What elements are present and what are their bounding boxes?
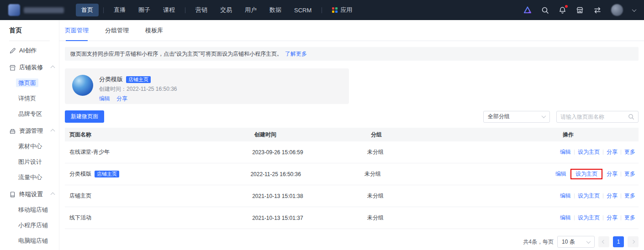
next-page-button[interactable] — [628, 236, 639, 247]
cell-group: 未分组 — [367, 192, 557, 200]
tab-group-management[interactable]: 分组管理 — [105, 20, 129, 41]
sidebar-item-image-design[interactable]: 图片设计 — [0, 154, 59, 170]
edit-link[interactable]: 编辑 — [557, 192, 574, 200]
page-size-select[interactable]: 10 条 — [557, 236, 595, 248]
set-as-home-link-highlighted[interactable]: 设为主页 — [572, 170, 601, 178]
nav-item-live[interactable]: 直播 — [108, 4, 131, 16]
share-link[interactable]: 分享 — [603, 148, 621, 156]
nav-separator — [185, 7, 185, 13]
cell-page-name: 在线课堂-青少年 — [69, 148, 110, 156]
cell-page-name: 店铺主页 — [69, 192, 91, 200]
collapse-chevron-icon — [51, 65, 55, 70]
ai-assistant-icon[interactable] — [523, 6, 532, 14]
nav-separator — [322, 7, 322, 13]
sidebar-item-brand-zone[interactable]: 品牌专区 — [0, 106, 59, 122]
row-actions: 编辑 设为主页 分享 更多 — [557, 148, 639, 156]
cell-group: 未分组 — [367, 214, 557, 222]
group-filter-select[interactable]: 全部分组 — [483, 111, 550, 123]
page-thumbnail-avatar — [72, 75, 93, 96]
share-link[interactable]: 分享 — [603, 170, 621, 178]
card-edit-link[interactable]: 编辑 — [99, 95, 110, 103]
share-link[interactable]: 分享 — [603, 214, 621, 222]
sidebar-item-micro-page[interactable]: 微页面 — [0, 75, 59, 91]
terminal-icon — [9, 191, 16, 198]
nav-separator — [103, 7, 104, 13]
header-page-name: 页面名称 — [65, 131, 254, 139]
store-homepage-badge: 店铺主页 — [126, 76, 151, 83]
cell-page-name: 线下活动 — [69, 214, 91, 222]
nav-item-scrm[interactable]: SCRM — [289, 5, 317, 16]
sidebar-item-detail-page[interactable]: 详情页 — [0, 91, 59, 106]
chevron-right-icon — [631, 240, 635, 244]
header-group: 分组 — [371, 131, 563, 139]
prev-page-button[interactable] — [598, 236, 609, 247]
created-time-value: 2022-11-25 16:50:36 — [127, 86, 177, 92]
sidebar-item-material-center[interactable]: 素材中心 — [0, 139, 59, 154]
nav-item-marketing[interactable]: 营销 — [190, 4, 213, 16]
search-icon[interactable] — [541, 6, 549, 14]
nav-item-apps-label: 应用 — [340, 6, 352, 14]
sidebar-item-label: AI创作 — [19, 47, 37, 55]
account-chevron-down-icon[interactable] — [632, 7, 637, 12]
nav-item-users[interactable]: 用户 — [239, 4, 262, 16]
set-as-home-link[interactable]: 设为主页 — [575, 214, 603, 222]
user-avatar[interactable] — [611, 4, 623, 16]
new-micropage-button[interactable]: 新建微页面 — [65, 110, 104, 123]
more-link[interactable]: 更多 — [621, 170, 639, 178]
sidebar-item-ai-creation[interactable]: AI创作 — [0, 43, 59, 58]
select-chevron-down-icon — [586, 239, 591, 244]
nav-item-trade[interactable]: 交易 — [215, 4, 238, 16]
set-as-home-link[interactable]: 设为主页 — [575, 148, 603, 156]
switch-account-icon[interactable] — [593, 7, 602, 14]
nav-item-apps[interactable]: 应用 — [327, 4, 358, 16]
pagination-total-text: 共4条，每页 — [523, 238, 554, 246]
sidebar-item-traffic-center[interactable]: 流量中心 — [0, 170, 59, 185]
brand-logo[interactable] — [8, 4, 69, 16]
more-link[interactable]: 更多 — [621, 192, 639, 200]
cell-created-time: 2021-10-13 15:01:38 — [252, 193, 367, 199]
edit-link[interactable]: 编辑 — [557, 148, 574, 156]
store-homepage-badge: 店铺主页 — [95, 171, 119, 177]
tab-template-library[interactable]: 模板库 — [145, 20, 163, 41]
edit-link[interactable]: 编辑 — [552, 170, 570, 178]
nav-item-circle[interactable]: 圈子 — [133, 4, 156, 16]
nav-item-home[interactable]: 首页 — [76, 4, 99, 16]
more-link[interactable]: 更多 — [621, 214, 639, 222]
homepage-card-name: 分类模版 — [99, 75, 123, 83]
tab-bar: 页面管理 分组管理 模板库 — [59, 20, 644, 41]
notification-bell-icon[interactable] — [559, 6, 566, 14]
nav-item-course[interactable]: 课程 — [158, 4, 180, 16]
table-row: 店铺主页 2021-10-13 15:01:38 未分组 编辑 设为主页 分享 … — [65, 185, 639, 207]
top-right-icons — [523, 4, 636, 16]
sidebar-item-miniprogram-store[interactable]: 小程序店铺 — [0, 218, 59, 233]
search-input[interactable] — [560, 114, 628, 120]
select-chevron-down-icon — [542, 114, 546, 118]
page-number-1[interactable]: 1 — [613, 236, 624, 247]
header-created-time: 创建时间 — [254, 131, 371, 139]
sidebar-group-terminal-settings[interactable]: 终端设置 — [0, 187, 59, 202]
learn-more-link[interactable]: 了解更多 — [285, 50, 307, 58]
nav-item-data[interactable]: 数据 — [264, 4, 287, 16]
card-share-link[interactable]: 分享 — [116, 95, 127, 103]
set-as-home-link[interactable]: 设为主页 — [575, 192, 603, 200]
main-content: 页面管理 分组管理 模板库 微页面支持同步应用于店铺和小程序，点击“设为主页”可… — [59, 20, 644, 250]
notification-badge-dot — [565, 5, 568, 8]
table-row: 在线课堂-青少年 2023-09-26 15:06:59 未分组 编辑 设为主页… — [65, 141, 639, 163]
current-homepage-card: 分类模版 店铺主页 创建时间：2022-11-25 16:50:36 编辑 分享 — [65, 68, 349, 104]
sidebar-group-resource-management[interactable]: 资源管理 — [0, 123, 59, 139]
tab-page-management[interactable]: 页面管理 — [65, 20, 89, 41]
store-icon[interactable] — [576, 6, 584, 14]
cell-created-time: 2023-09-26 15:06:59 — [252, 149, 367, 156]
sidebar: 首页 AI创作 店铺装修 微页面 详情页 品牌专区 资源管理 素材中心 — [0, 20, 59, 250]
search-icon[interactable] — [628, 114, 634, 120]
pen-icon — [9, 47, 16, 54]
sidebar-group-store-decoration[interactable]: 店铺装修 — [0, 60, 59, 75]
micropage-table: 页面名称 创建时间 分组 操作 在线课堂-青少年 2023-09-26 15:0… — [65, 128, 639, 229]
share-link[interactable]: 分享 — [603, 192, 621, 200]
sidebar-item-pc-store[interactable]: 电脑端店铺 — [0, 233, 59, 249]
more-link[interactable]: 更多 — [621, 148, 639, 156]
notice-text: 微页面支持同步应用于店铺和小程序，点击“设为主页”可将页面设为店铺和小程序主页。 — [70, 50, 282, 58]
sidebar-title: 首页 — [0, 26, 59, 35]
sidebar-item-mobile-store[interactable]: 移动端店铺 — [0, 202, 59, 218]
edit-link[interactable]: 编辑 — [557, 214, 574, 222]
